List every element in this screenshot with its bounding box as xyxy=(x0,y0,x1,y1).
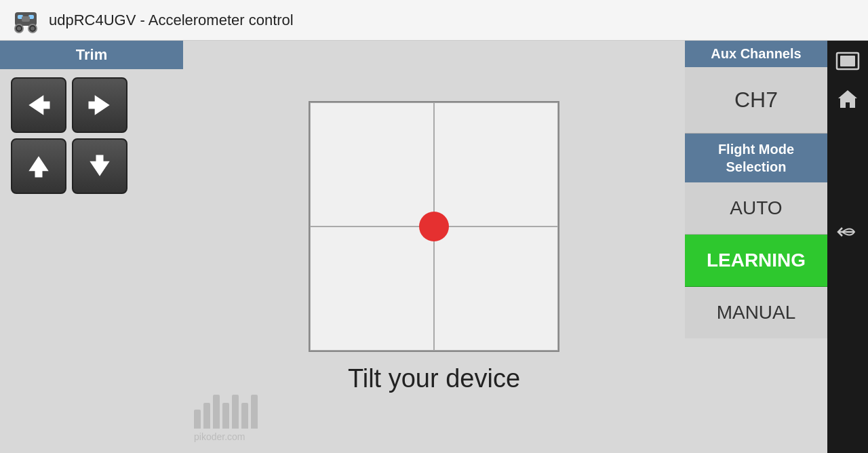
quadrant-top-left xyxy=(310,102,434,226)
bar3 xyxy=(213,395,220,429)
watermark-text: pikoder.com xyxy=(194,431,245,442)
arrow-left-icon xyxy=(24,90,54,120)
svg-rect-17 xyxy=(840,56,855,66)
svg-rect-11 xyxy=(89,102,98,109)
trim-up-button[interactable] xyxy=(11,138,66,194)
svg-rect-13 xyxy=(35,169,43,178)
svg-rect-9 xyxy=(41,102,50,109)
tilt-instruction: Tilt your device xyxy=(348,364,520,393)
trim-row-vertical xyxy=(11,138,127,194)
auto-button[interactable]: AUTO xyxy=(685,182,827,235)
joystick-area[interactable] xyxy=(309,101,559,352)
ch7-button[interactable]: CH7 xyxy=(685,67,827,134)
learning-button[interactable]: LEARNING xyxy=(685,235,827,287)
flight-mode-header: Flight Mode Selection xyxy=(685,134,827,182)
bar7 xyxy=(251,395,258,429)
quadrant-bottom-right xyxy=(434,226,558,351)
joystick-dot xyxy=(419,212,449,241)
manual-button[interactable]: MANUAL xyxy=(685,287,827,338)
svg-point-7 xyxy=(31,26,35,31)
center-panel: Tilt your device pikoder.com xyxy=(183,41,685,453)
svg-rect-15 xyxy=(96,155,104,164)
nav-strip xyxy=(827,41,868,453)
watermark: pikoder.com xyxy=(194,395,258,442)
aux-channels-panel: Aux Channels CH7 Flight Mode Selection A… xyxy=(685,41,827,453)
quadrant-top-right xyxy=(434,102,558,226)
app-icon xyxy=(11,5,41,35)
trim-down-button[interactable] xyxy=(72,138,127,194)
window-nav-icon[interactable] xyxy=(833,49,863,73)
trim-panel: Trim xyxy=(0,41,183,453)
trim-right-button[interactable] xyxy=(72,77,127,133)
watermark-bars xyxy=(194,395,258,429)
back-nav-icon[interactable] xyxy=(833,220,863,244)
bar5 xyxy=(232,395,239,429)
svg-point-6 xyxy=(17,26,21,31)
main-area: Trim xyxy=(0,41,868,453)
bar6 xyxy=(241,403,248,429)
arrow-down-icon xyxy=(85,151,115,181)
trim-left-button[interactable] xyxy=(11,77,66,133)
svg-marker-18 xyxy=(838,90,857,108)
title-bar: udpRC4UGV - Accelerometer control xyxy=(0,0,868,41)
trim-header: Trim xyxy=(0,41,183,69)
trim-buttons xyxy=(0,69,138,202)
home-nav-icon[interactable] xyxy=(833,87,863,111)
arrow-up-icon xyxy=(24,151,54,181)
aux-channels-header: Aux Channels xyxy=(685,41,827,67)
arrow-right-icon xyxy=(85,90,115,120)
svg-rect-5 xyxy=(22,16,30,22)
app-title: udpRC4UGV - Accelerometer control xyxy=(49,12,294,29)
trim-row-horizontal xyxy=(11,77,127,133)
bar4 xyxy=(222,403,229,429)
quadrant-bottom-left xyxy=(310,226,434,351)
bar2 xyxy=(203,403,210,429)
bar1 xyxy=(194,410,201,429)
